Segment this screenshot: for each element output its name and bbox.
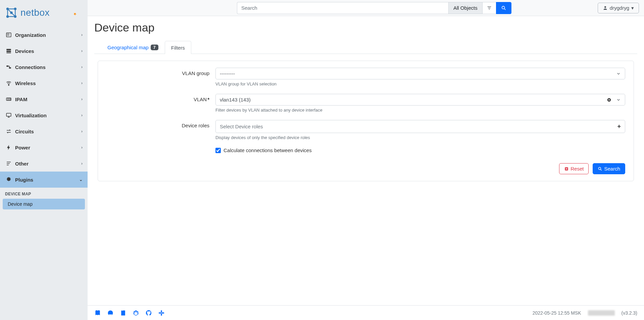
sidebar-subitem-device-map[interactable]: Device map (3, 199, 85, 209)
sidebar-item-other[interactable]: Other › (0, 155, 88, 172)
svg-point-21 (8, 85, 9, 85)
graphql-icon[interactable] (133, 310, 139, 316)
svg-point-10 (10, 11, 13, 14)
filter-icon (487, 5, 492, 11)
logo-area: netbox (0, 0, 88, 25)
chevron-down-icon (616, 71, 621, 76)
sidebar-item-label: Virtualization (15, 113, 47, 118)
checkbox-label[interactable]: Calculate connections between devices (224, 147, 312, 153)
select-value: --------- (220, 71, 235, 76)
sidebar-item-label: Wireless (15, 80, 36, 86)
sidebar-item-devices[interactable]: Devices › (0, 43, 88, 59)
sidebar-item-power[interactable]: Power › (0, 139, 88, 155)
sidebar-item-organization[interactable]: Organization › (0, 27, 88, 43)
svg-rect-26 (6, 113, 11, 116)
search-input[interactable] (237, 2, 448, 14)
svg-line-45 (601, 169, 602, 170)
page-title: Device map (94, 21, 637, 34)
logo[interactable]: netbox (5, 6, 50, 19)
topbar: All Objects drygdryg ▾ (88, 0, 644, 16)
user-menu[interactable]: drygdryg ▾ (598, 3, 639, 13)
api-icon[interactable] (107, 310, 114, 316)
svg-point-7 (14, 7, 17, 10)
chevron-right-icon: › (81, 145, 83, 150)
svg-rect-53 (161, 313, 162, 316)
svg-line-36 (504, 9, 505, 10)
sidebar-nav: Organization › Devices › Connections › W… (0, 25, 88, 320)
flash-icon (5, 144, 12, 150)
sidebar-item-virtualization[interactable]: Virtualization › (0, 107, 88, 123)
caret-down-icon: ▾ (631, 5, 634, 11)
chevron-down-icon: ⌄ (79, 177, 83, 182)
select-value: vlan143 (143) (220, 97, 251, 103)
search-icon (598, 167, 602, 171)
reset-button[interactable]: Reset (559, 163, 589, 174)
cancel-icon (564, 167, 569, 171)
svg-point-8 (6, 15, 9, 18)
chevron-down-icon (616, 98, 621, 102)
sidebar-item-label: Circuits (15, 129, 34, 134)
plus-icon: + (617, 123, 621, 130)
pin-sidebar-icon[interactable] (72, 11, 79, 17)
puzzle-icon (5, 177, 12, 183)
swap-icon (5, 128, 12, 134)
search-type-label: All Objects (453, 5, 478, 11)
svg-point-37 (604, 6, 606, 8)
chevron-right-icon: › (81, 113, 83, 118)
vlan-select[interactable]: vlan143 (143) (215, 94, 625, 106)
svg-rect-52 (161, 310, 162, 313)
sidebar-item-label: Power (15, 145, 30, 150)
search-button[interactable]: Search (593, 163, 625, 174)
vlan-group-select[interactable]: --------- (215, 68, 625, 79)
sidebar-item-circuits[interactable]: Circuits › (0, 123, 88, 139)
docs-icon[interactable] (94, 310, 101, 316)
search-submit-button[interactable] (496, 2, 511, 14)
netbox-logo-icon (5, 6, 18, 19)
counter-icon (5, 96, 12, 102)
building-icon (5, 32, 12, 38)
chevron-right-icon: › (81, 161, 83, 166)
svg-rect-13 (8, 34, 9, 34)
brand-name: netbox (20, 7, 50, 18)
tab-geographical-map[interactable]: Geographical map 7 (101, 41, 165, 54)
sidebar-item-plugins[interactable]: Plugins ⌄ (0, 172, 88, 188)
server-icon (5, 48, 12, 54)
svg-rect-55 (162, 312, 164, 313)
main: All Objects drygdryg ▾ Device map Geogra… (88, 0, 644, 320)
svg-point-44 (599, 167, 601, 170)
sidebar-section-header: DEVICE MAP (0, 188, 88, 198)
monitor-icon (5, 112, 12, 118)
tab-filters[interactable]: Filters (165, 41, 191, 54)
svg-rect-18 (6, 53, 11, 53)
field-calc-connections: Calculate connections between devices (215, 147, 625, 153)
chevron-right-icon: › (81, 49, 83, 53)
tabs: Geographical map 7 Filters (94, 41, 637, 54)
sidebar-item-label: Organization (15, 32, 46, 38)
chevron-right-icon: › (81, 97, 83, 102)
form-buttons: Reset Search (106, 163, 625, 174)
slack-icon[interactable] (158, 310, 165, 316)
device-roles-select[interactable]: Select Device roles + (215, 120, 625, 133)
svg-rect-47 (122, 310, 123, 311)
field-device-roles: Device roles Select Device roles + Displ… (106, 120, 625, 140)
sidebar-item-label: IPAM (15, 97, 27, 102)
field-help: Filter devices by VLAN attached to any d… (215, 108, 625, 113)
sidebar-item-label: Connections (15, 64, 46, 70)
chevron-right-icon: › (81, 65, 83, 69)
search-filter-button[interactable] (482, 2, 496, 14)
github-icon[interactable] (145, 310, 152, 316)
rest-api-icon[interactable] (120, 310, 127, 316)
field-help: VLAN group for VLAN selection (215, 81, 625, 86)
svg-rect-16 (6, 49, 11, 50)
content: Device map Geographical map 7 Filters VL… (88, 16, 644, 305)
sidebar-item-wireless[interactable]: Wireless › (0, 75, 88, 91)
field-label: Device roles (106, 120, 215, 140)
field-help: Display devices of only the specified de… (215, 135, 625, 140)
clear-icon[interactable] (607, 98, 611, 102)
calc-connections-checkbox[interactable] (215, 148, 221, 153)
button-label: Search (604, 166, 620, 172)
wifi-icon (5, 80, 12, 86)
search-type-select[interactable]: All Objects (448, 2, 482, 14)
sidebar-item-ipam[interactable]: IPAM › (0, 91, 88, 107)
sidebar-item-connections[interactable]: Connections › (0, 59, 88, 75)
